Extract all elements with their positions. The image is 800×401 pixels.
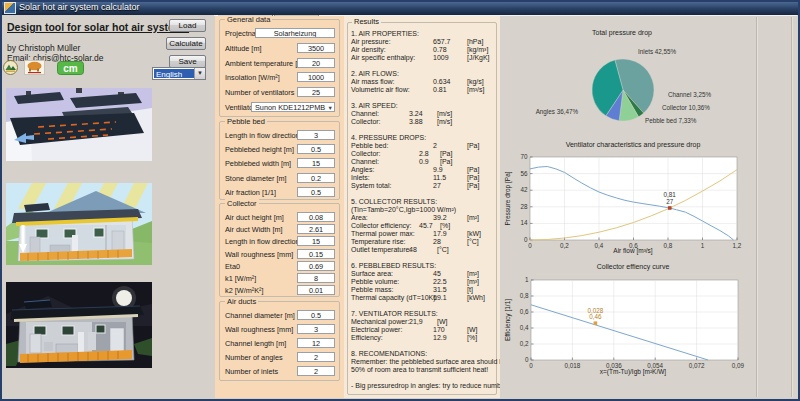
input-row: Length in flow direction [m]3 [220, 130, 339, 144]
svg-text:Air flow [m³/s]: Air flow [m³/s] [613, 247, 653, 255]
result-line: Channel:0.9[Pa] [351, 158, 498, 166]
svg-text:70: 70 [520, 153, 528, 160]
field-label: Wall roughness [mm] [225, 325, 293, 334]
result-line [351, 342, 498, 350]
svg-text:Collector effiency curve: Collector effiency curve [597, 263, 670, 271]
input-row: Wall roughness [mm]3 [220, 324, 339, 338]
field-label: k1 [W/m²] [225, 274, 256, 283]
svg-text:0,4: 0,4 [595, 242, 604, 249]
operating-point-marker [668, 206, 672, 210]
input-wall-roughness-mm[interactable]: 0.15 [297, 249, 335, 259]
result-line: 3. AIR SPEED: [351, 102, 498, 110]
input-projectname[interactable]: Solarheizung [255, 28, 335, 38]
svg-text:0: 0 [529, 362, 533, 369]
results-lines: 1. AIR PROPERTIES:Air pressure:657.7[hPa… [351, 30, 498, 401]
input-row: Number of inlets2 [220, 366, 339, 380]
svg-text:x=(Tm-Tu)/Igb [m²K/W]: x=(Tm-Tu)/Igb [m²K/W] [600, 368, 667, 376]
svg-text:0,8: 0,8 [664, 242, 673, 249]
select-ventilatortype[interactable]: Sunon KDE1212PMB▼ [251, 102, 335, 112]
field-label: Eta0 [225, 262, 240, 271]
author-line: by Christoph Müller [7, 43, 80, 53]
operating-point-marker [594, 321, 598, 325]
input-row: Altitude [m]3500 [220, 43, 339, 58]
result-line: System total:27[Pa] [351, 182, 498, 190]
field-label: Pebblebed height [m] [225, 145, 294, 154]
result-line [351, 390, 498, 398]
input-insolation-w-m[interactable]: 1000 [297, 72, 335, 82]
app-icon [4, 2, 16, 14]
input-k2-w-m-k[interactable]: 0.01 [297, 285, 335, 295]
svg-text:0,09: 0,09 [732, 362, 745, 369]
title-bar[interactable]: Solar hot air system calculator [0, 0, 800, 15]
input-k1-w-m[interactable]: 8 [297, 273, 335, 283]
group-air-ducts: Air ductsChannel diameter [m]0.5Wall rou… [219, 301, 340, 381]
input-row: Wall roughness [mm]0.15 [220, 249, 339, 261]
svg-text:0,4: 0,4 [520, 324, 529, 331]
svg-text:Angles 36,47%: Angles 36,47% [536, 108, 579, 116]
input-row: k1 [W/m²]8 [220, 273, 339, 285]
input-row: Channel length [m]12 [220, 338, 339, 352]
input-stone-diameter-m[interactable]: 0.2 [297, 173, 335, 183]
field-label: Pebblebed width [m] [225, 159, 291, 168]
language-select[interactable]: English ▼ [152, 67, 206, 80]
input-eta0[interactable]: 0.69 [297, 261, 335, 271]
svg-text:14: 14 [520, 219, 528, 226]
result-line: Channel:3.24[m/s] [351, 110, 498, 118]
chevron-down-icon[interactable]: ▼ [328, 103, 333, 112]
field-label: Air duct Width [m] [225, 225, 283, 234]
input-length-in-flow-direction-m[interactable]: 15 [297, 236, 335, 246]
svg-text:0,072: 0,072 [689, 362, 705, 369]
input-number-of-angles[interactable]: 2 [297, 352, 335, 362]
input-ambient-temperature-c[interactable]: 20 [297, 58, 335, 68]
field-label: Number of angles [225, 353, 283, 362]
input-number-of-inlets[interactable]: 2 [297, 366, 335, 376]
cm-logo-text: cm [63, 63, 78, 74]
input-channel-diameter-m[interactable]: 0.5 [297, 310, 335, 320]
input-altitude-m[interactable]: 3500 [297, 43, 335, 53]
svg-text:Total pressure drop: Total pressure drop [592, 29, 652, 37]
input-air-duct-height-m[interactable]: 0.08 [297, 212, 335, 222]
input-pebblebed-width-m[interactable]: 15 [297, 158, 335, 168]
result-line: Air specific enthalpy:1009[J/KgK] [351, 54, 498, 62]
input-wall-roughness-mm[interactable]: 3 [297, 324, 335, 334]
result-line [351, 302, 498, 310]
load-button[interactable]: Load [169, 19, 206, 32]
result-line [351, 254, 498, 262]
input-pebblebed-height-m[interactable]: 0.5 [297, 144, 335, 154]
result-line: Surface area:45[m²] [351, 270, 498, 278]
input-row: Channel diameter [m]0.5 [220, 310, 339, 324]
result-line: Pebble mass:31.5[t] [351, 286, 498, 294]
field-label: Insolation [W/m²] [225, 73, 280, 82]
svg-text:0,2: 0,2 [560, 242, 569, 249]
result-line: 50% of room area to transmit sufficient … [351, 366, 498, 374]
svg-text:Channel 3,25%: Channel 3,25% [668, 91, 711, 98]
app-heading: Design tool for solar hot air systems [7, 21, 189, 33]
svg-text:1: 1 [525, 276, 529, 283]
result-line [351, 190, 498, 198]
field-label: Altitude [m] [225, 44, 262, 53]
result-line: Angles:9.9[Pa] [351, 166, 498, 174]
input-row: VentilatortypeSunon KDE1212PMB▼ [220, 102, 339, 117]
input-air-fraction-1-1[interactable]: 0.5 [297, 187, 335, 197]
input-row: ProjectnameSolarheizung [220, 28, 339, 43]
calculate-button[interactable]: Calculate [166, 37, 206, 50]
result-line [351, 374, 498, 382]
window-title: Solar hot air system calculator [19, 2, 140, 12]
input-air-duct-width-m[interactable]: 2.61 [297, 224, 335, 234]
result-line: Thermal capacity (dT=10K):69.1[kWh] [351, 294, 498, 302]
input-channel-length-m[interactable]: 12 [297, 338, 335, 348]
result-line: 2. AIR FLOWS: [351, 70, 498, 78]
result-line: Air pressure:657.7[hPa] [351, 38, 498, 46]
result-line: Inlets:11.5[Pa] [351, 174, 498, 182]
svg-text:0: 0 [528, 242, 532, 249]
result-line: - Big pressuredrop in angles: try to red… [351, 382, 498, 390]
result-line: Remember: the pebblebed surface area sho… [351, 358, 498, 366]
result-line: Area:39.2[m²] [351, 214, 498, 222]
input-number-of-ventilators[interactable]: 25 [297, 87, 335, 97]
field-label: Number of ventilators [225, 88, 294, 97]
svg-text:42: 42 [520, 186, 528, 193]
result-line: Temperature rise:28[°C] [351, 238, 498, 246]
roof-collector-render [6, 88, 152, 161]
chevron-down-icon[interactable]: ▼ [194, 68, 205, 79]
input-length-in-flow-direction-m[interactable]: 3 [297, 130, 335, 140]
